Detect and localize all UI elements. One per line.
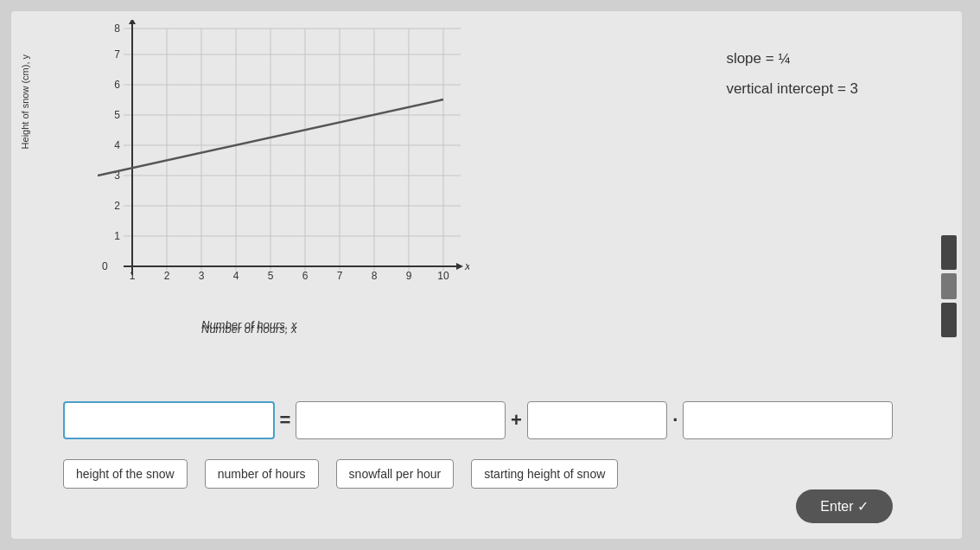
bar-medium xyxy=(941,273,957,299)
equation-box-1[interactable] xyxy=(63,401,275,439)
svg-text:9: 9 xyxy=(406,270,412,282)
svg-text:7: 7 xyxy=(114,48,120,61)
svg-text:6: 6 xyxy=(302,270,309,282)
svg-text:2: 2 xyxy=(114,200,120,212)
equation-box-4[interactable] xyxy=(683,401,893,439)
x-axis-label-text: Number of hours, x xyxy=(201,318,297,331)
svg-text:4: 4 xyxy=(233,270,239,282)
svg-text:5: 5 xyxy=(114,109,120,121)
main-container: Height of snow (cm), y xyxy=(11,11,962,539)
svg-text:2: 2 xyxy=(164,270,170,282)
label-number-of-hours[interactable]: number of hours xyxy=(205,459,319,489)
intercept-label: vertical intercept = 3 xyxy=(726,76,858,103)
svg-marker-21 xyxy=(129,20,136,24)
equation-box-3[interactable] xyxy=(527,401,667,439)
plus-sign: + xyxy=(511,409,522,432)
svg-text:3: 3 xyxy=(199,270,205,282)
slope-label: slope = ¼ xyxy=(726,46,858,73)
label-snowfall-per-hour[interactable]: snowfall per hour xyxy=(336,459,455,489)
equals-sign: = xyxy=(280,409,291,432)
bar-dark-bottom xyxy=(941,303,957,337)
svg-text:1: 1 xyxy=(130,270,136,282)
label-starting-height[interactable]: starting height of snow xyxy=(471,459,618,489)
svg-text:1: 1 xyxy=(114,230,120,242)
enter-button[interactable]: Enter ✓ xyxy=(796,489,893,523)
svg-text:8: 8 xyxy=(372,270,378,282)
svg-text:5: 5 xyxy=(268,270,274,282)
dot-sign: · xyxy=(672,409,678,432)
svg-marker-19 xyxy=(456,263,463,270)
bar-dark-top xyxy=(941,235,957,270)
svg-text:x: x xyxy=(464,259,469,272)
svg-text:8: 8 xyxy=(114,22,120,35)
svg-text:7: 7 xyxy=(337,270,343,282)
graph-area: 1 2 3 4 5 6 7 8 9 10 x 1 2 3 4 5 6 7 8 0 xyxy=(63,20,478,331)
y-axis-label: Height of snow (cm), y xyxy=(20,54,30,149)
graph-svg: 1 2 3 4 5 6 7 8 9 10 x 1 2 3 4 5 6 7 8 0 xyxy=(98,20,469,305)
svg-text:6: 6 xyxy=(114,79,120,91)
svg-text:0: 0 xyxy=(102,260,108,272)
right-sidebar xyxy=(936,22,962,550)
svg-text:10: 10 xyxy=(437,270,449,282)
equation-box-2[interactable] xyxy=(296,401,506,439)
svg-text:4: 4 xyxy=(114,139,120,151)
info-box: slope = ¼ vertical intercept = 3 xyxy=(726,46,858,102)
equation-area: = + · xyxy=(63,401,893,439)
labels-area: height of the snow number of hours snowf… xyxy=(63,459,893,489)
label-height-of-snow[interactable]: height of the snow xyxy=(63,459,188,489)
